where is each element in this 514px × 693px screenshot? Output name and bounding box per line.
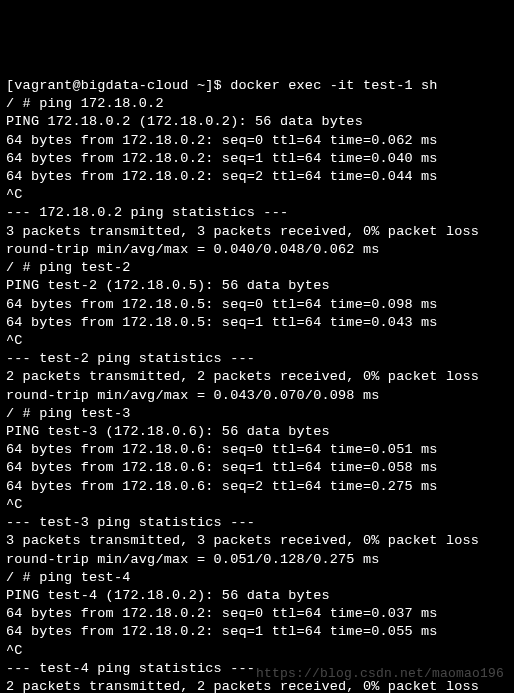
terminal-line: --- test-3 ping statistics --- xyxy=(6,514,508,532)
terminal-line: 64 bytes from 172.18.0.6: seq=1 ttl=64 t… xyxy=(6,459,508,477)
terminal-line: 2 packets transmitted, 2 packets receive… xyxy=(6,678,508,693)
terminal-line: 64 bytes from 172.18.0.6: seq=2 ttl=64 t… xyxy=(6,478,508,496)
terminal-line: / # ping 172.18.0.2 xyxy=(6,95,508,113)
terminal-line: round-trip min/avg/max = 0.051/0.128/0.2… xyxy=(6,551,508,569)
terminal-line: ^C xyxy=(6,642,508,660)
terminal-line: 64 bytes from 172.18.0.2: seq=1 ttl=64 t… xyxy=(6,150,508,168)
terminal-line: / # ping test-2 xyxy=(6,259,508,277)
terminal-line: ^C xyxy=(6,332,508,350)
terminal-line: --- test-2 ping statistics --- xyxy=(6,350,508,368)
terminal-line: PING test-4 (172.18.0.2): 56 data bytes xyxy=(6,587,508,605)
terminal-line: ^C xyxy=(6,186,508,204)
terminal-line: PING test-2 (172.18.0.5): 56 data bytes xyxy=(6,277,508,295)
terminal-line: ^C xyxy=(6,496,508,514)
terminal-line: [vagrant@bigdata-cloud ~]$ docker exec -… xyxy=(6,77,508,95)
terminal-line: PING 172.18.0.2 (172.18.0.2): 56 data by… xyxy=(6,113,508,131)
terminal-line: 64 bytes from 172.18.0.2: seq=0 ttl=64 t… xyxy=(6,605,508,623)
terminal-line: 64 bytes from 172.18.0.2: seq=1 ttl=64 t… xyxy=(6,623,508,641)
terminal-line: / # ping test-3 xyxy=(6,405,508,423)
terminal-line: 64 bytes from 172.18.0.6: seq=0 ttl=64 t… xyxy=(6,441,508,459)
terminal-output[interactable]: [vagrant@bigdata-cloud ~]$ docker exec -… xyxy=(6,77,508,693)
terminal-line: 64 bytes from 172.18.0.5: seq=1 ttl=64 t… xyxy=(6,314,508,332)
terminal-line: 3 packets transmitted, 3 packets receive… xyxy=(6,223,508,241)
terminal-line: 2 packets transmitted, 2 packets receive… xyxy=(6,368,508,386)
terminal-line: 64 bytes from 172.18.0.5: seq=0 ttl=64 t… xyxy=(6,296,508,314)
terminal-line: --- test-4 ping statistics --- xyxy=(6,660,508,678)
terminal-line: round-trip min/avg/max = 0.043/0.070/0.0… xyxy=(6,387,508,405)
terminal-line: 64 bytes from 172.18.0.2: seq=0 ttl=64 t… xyxy=(6,132,508,150)
terminal-line: 64 bytes from 172.18.0.2: seq=2 ttl=64 t… xyxy=(6,168,508,186)
terminal-line: 3 packets transmitted, 3 packets receive… xyxy=(6,532,508,550)
terminal-line: round-trip min/avg/max = 0.040/0.048/0.0… xyxy=(6,241,508,259)
terminal-line: PING test-3 (172.18.0.6): 56 data bytes xyxy=(6,423,508,441)
terminal-line: / # ping test-4 xyxy=(6,569,508,587)
terminal-line: --- 172.18.0.2 ping statistics --- xyxy=(6,204,508,222)
